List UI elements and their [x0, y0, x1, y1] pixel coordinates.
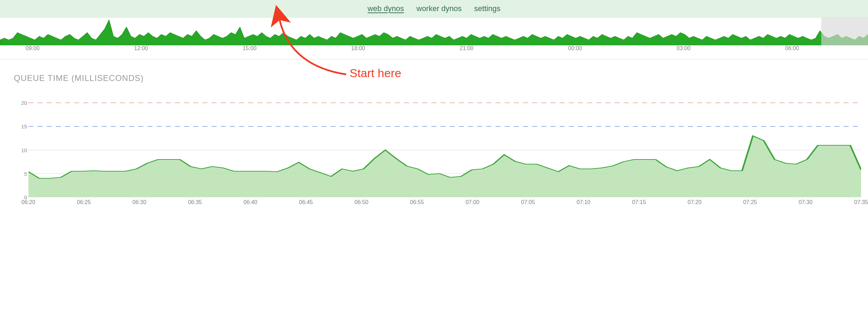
overview-x-axis: 09:0012:0015:0018:0021:0000:0003:0006:00	[0, 45, 868, 54]
queue-time-section: QUEUE TIME (MILLISECONDS) 05101520 06:20…	[0, 59, 868, 211]
top-nav: web dynos worker dynos settings	[0, 0, 868, 18]
x-axis: 06:2006:2506:3006:3506:4006:4506:5006:55…	[28, 197, 861, 211]
overview-timeline[interactable]: 09:0012:0015:0018:0021:0000:0003:0006:00	[0, 18, 868, 59]
plot-area	[28, 93, 861, 197]
tab-worker-dynos[interactable]: worker dynos	[416, 4, 462, 13]
tab-settings[interactable]: settings	[474, 4, 500, 13]
y-axis: 05101520	[15, 93, 28, 197]
chart-title: QUEUE TIME (MILLISECONDS)	[14, 73, 868, 83]
overview-brush[interactable]	[821, 18, 868, 45]
overview-sparkline	[0, 18, 868, 45]
queue-time-chart: 05101520 06:2006:2506:3006:3506:4006:450…	[15, 93, 861, 211]
tab-web-dynos[interactable]: web dynos	[368, 4, 404, 13]
